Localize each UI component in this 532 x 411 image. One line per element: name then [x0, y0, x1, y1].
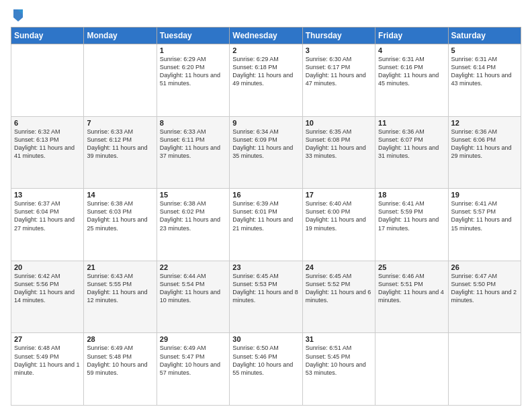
day-info: Sunrise: 6:51 AM Sunset: 5:45 PM Dayligh… — [306, 344, 372, 377]
calendar-cell: 18Sunrise: 6:41 AM Sunset: 5:59 PM Dayli… — [375, 189, 448, 261]
day-number: 15 — [160, 191, 226, 199]
calendar-cell: 27Sunrise: 6:48 AM Sunset: 5:49 PM Dayli… — [11, 333, 84, 406]
calendar-cell: 6Sunrise: 6:32 AM Sunset: 6:13 PM Daylig… — [11, 116, 84, 189]
day-number: 28 — [87, 335, 153, 343]
day-number: 14 — [87, 191, 153, 199]
calendar-cell: 8Sunrise: 6:33 AM Sunset: 6:11 PM Daylig… — [157, 116, 229, 189]
calendar-table: SundayMondayTuesdayWednesdayThursdayFrid… — [11, 27, 521, 406]
calendar-cell: 4Sunrise: 6:31 AM Sunset: 6:16 PM Daylig… — [375, 44, 448, 117]
day-info: Sunrise: 6:31 AM Sunset: 6:14 PM Dayligh… — [451, 55, 518, 88]
day-info: Sunrise: 6:50 AM Sunset: 5:46 PM Dayligh… — [232, 344, 299, 377]
day-number: 12 — [451, 119, 518, 127]
calendar-cell: 22Sunrise: 6:44 AM Sunset: 5:54 PM Dayli… — [157, 261, 229, 333]
calendar-cell: 30Sunrise: 6:50 AM Sunset: 5:46 PM Dayli… — [230, 333, 302, 406]
day-info: Sunrise: 6:48 AM Sunset: 5:49 PM Dayligh… — [14, 344, 81, 377]
weekday-header-cell: Wednesday — [230, 28, 302, 44]
day-number: 31 — [306, 335, 372, 343]
day-info: Sunrise: 6:35 AM Sunset: 6:08 PM Dayligh… — [306, 128, 372, 161]
day-number: 9 — [232, 119, 299, 127]
day-info: Sunrise: 6:45 AM Sunset: 5:52 PM Dayligh… — [306, 272, 372, 305]
day-number: 11 — [378, 119, 445, 127]
day-number: 19 — [451, 191, 518, 199]
day-info: Sunrise: 6:36 AM Sunset: 6:07 PM Dayligh… — [378, 128, 445, 161]
day-number: 3 — [306, 46, 372, 54]
header — [11, 8, 521, 23]
weekday-header-cell: Saturday — [448, 28, 521, 44]
calendar-cell: 29Sunrise: 6:49 AM Sunset: 5:47 PM Dayli… — [157, 333, 229, 406]
calendar-cell: 17Sunrise: 6:40 AM Sunset: 6:00 PM Dayli… — [302, 189, 375, 261]
calendar-cell: 3Sunrise: 6:30 AM Sunset: 6:17 PM Daylig… — [302, 44, 375, 117]
calendar-cell: 31Sunrise: 6:51 AM Sunset: 5:45 PM Dayli… — [302, 333, 375, 406]
day-number: 30 — [232, 335, 299, 343]
day-number: 10 — [306, 119, 372, 127]
day-info: Sunrise: 6:47 AM Sunset: 5:50 PM Dayligh… — [451, 272, 518, 305]
day-info: Sunrise: 6:46 AM Sunset: 5:51 PM Dayligh… — [378, 272, 445, 305]
day-number: 8 — [160, 119, 226, 127]
day-info: Sunrise: 6:34 AM Sunset: 6:09 PM Dayligh… — [232, 128, 299, 161]
day-number: 18 — [378, 191, 445, 199]
day-info: Sunrise: 6:41 AM Sunset: 5:59 PM Dayligh… — [378, 199, 445, 232]
calendar-cell — [375, 333, 448, 406]
calendar-cell: 20Sunrise: 6:42 AM Sunset: 5:56 PM Dayli… — [11, 261, 84, 333]
day-info: Sunrise: 6:49 AM Sunset: 5:48 PM Dayligh… — [87, 344, 153, 377]
day-info: Sunrise: 6:44 AM Sunset: 5:54 PM Dayligh… — [160, 272, 226, 305]
weekday-header-cell: Thursday — [302, 28, 375, 44]
day-number: 1 — [160, 46, 226, 54]
day-info: Sunrise: 6:29 AM Sunset: 6:18 PM Dayligh… — [232, 55, 299, 88]
day-info: Sunrise: 6:40 AM Sunset: 6:00 PM Dayligh… — [306, 199, 372, 232]
calendar-cell: 19Sunrise: 6:41 AM Sunset: 5:57 PM Dayli… — [448, 189, 521, 261]
calendar-row: 6Sunrise: 6:32 AM Sunset: 6:13 PM Daylig… — [11, 116, 521, 189]
day-number: 23 — [232, 263, 299, 271]
weekday-header-cell: Friday — [375, 28, 448, 44]
logo — [11, 8, 24, 23]
day-number: 17 — [306, 191, 372, 199]
calendar-row: 27Sunrise: 6:48 AM Sunset: 5:49 PM Dayli… — [11, 333, 521, 406]
day-info: Sunrise: 6:33 AM Sunset: 6:11 PM Dayligh… — [160, 128, 226, 161]
day-info: Sunrise: 6:31 AM Sunset: 6:16 PM Dayligh… — [378, 55, 445, 88]
calendar-cell: 21Sunrise: 6:43 AM Sunset: 5:55 PM Dayli… — [84, 261, 157, 333]
calendar-cell: 11Sunrise: 6:36 AM Sunset: 6:07 PM Dayli… — [375, 116, 448, 189]
day-info: Sunrise: 6:32 AM Sunset: 6:13 PM Dayligh… — [14, 128, 81, 161]
day-info: Sunrise: 6:38 AM Sunset: 6:02 PM Dayligh… — [160, 199, 226, 232]
day-info: Sunrise: 6:43 AM Sunset: 5:55 PM Dayligh… — [87, 272, 153, 305]
day-number: 25 — [378, 263, 445, 271]
weekday-header-cell: Tuesday — [157, 28, 229, 44]
calendar-cell: 7Sunrise: 6:33 AM Sunset: 6:12 PM Daylig… — [84, 116, 157, 189]
day-number: 21 — [87, 263, 153, 271]
day-info: Sunrise: 6:49 AM Sunset: 5:47 PM Dayligh… — [160, 344, 226, 377]
day-info: Sunrise: 6:30 AM Sunset: 6:17 PM Dayligh… — [306, 55, 372, 88]
calendar-cell: 23Sunrise: 6:45 AM Sunset: 5:53 PM Dayli… — [230, 261, 302, 333]
day-number: 27 — [14, 335, 81, 343]
day-number: 6 — [14, 119, 81, 127]
day-info: Sunrise: 6:42 AM Sunset: 5:56 PM Dayligh… — [14, 272, 81, 305]
calendar-cell: 9Sunrise: 6:34 AM Sunset: 6:09 PM Daylig… — [230, 116, 302, 189]
day-number: 7 — [87, 119, 153, 127]
weekday-header-cell: Monday — [84, 28, 157, 44]
calendar-cell: 14Sunrise: 6:38 AM Sunset: 6:03 PM Dayli… — [84, 189, 157, 261]
day-number: 13 — [14, 191, 81, 199]
calendar-cell: 5Sunrise: 6:31 AM Sunset: 6:14 PM Daylig… — [448, 44, 521, 117]
day-info: Sunrise: 6:39 AM Sunset: 6:01 PM Dayligh… — [232, 199, 299, 232]
calendar-cell — [448, 333, 521, 406]
calendar-cell: 2Sunrise: 6:29 AM Sunset: 6:18 PM Daylig… — [230, 44, 302, 117]
day-info: Sunrise: 6:45 AM Sunset: 5:53 PM Dayligh… — [232, 272, 299, 305]
calendar-cell — [11, 44, 84, 117]
calendar-row: 1Sunrise: 6:29 AM Sunset: 6:20 PM Daylig… — [11, 44, 521, 117]
calendar-cell: 13Sunrise: 6:37 AM Sunset: 6:04 PM Dayli… — [11, 189, 84, 261]
day-number: 4 — [378, 46, 445, 54]
day-number: 2 — [232, 46, 299, 54]
calendar-cell: 16Sunrise: 6:39 AM Sunset: 6:01 PM Dayli… — [230, 189, 302, 261]
day-info: Sunrise: 6:41 AM Sunset: 5:57 PM Dayligh… — [451, 199, 518, 232]
calendar-cell: 28Sunrise: 6:49 AM Sunset: 5:48 PM Dayli… — [84, 333, 157, 406]
day-info: Sunrise: 6:29 AM Sunset: 6:20 PM Dayligh… — [160, 55, 226, 88]
logo-icon — [12, 8, 24, 23]
day-info: Sunrise: 6:36 AM Sunset: 6:06 PM Dayligh… — [451, 128, 518, 161]
weekday-header-cell: Sunday — [11, 28, 84, 44]
calendar-cell — [84, 44, 157, 117]
day-number: 5 — [451, 46, 518, 54]
calendar-cell: 25Sunrise: 6:46 AM Sunset: 5:51 PM Dayli… — [375, 261, 448, 333]
day-info: Sunrise: 6:38 AM Sunset: 6:03 PM Dayligh… — [87, 199, 153, 232]
calendar-row: 20Sunrise: 6:42 AM Sunset: 5:56 PM Dayli… — [11, 261, 521, 333]
calendar-cell: 12Sunrise: 6:36 AM Sunset: 6:06 PM Dayli… — [448, 116, 521, 189]
day-info: Sunrise: 6:33 AM Sunset: 6:12 PM Dayligh… — [87, 128, 153, 161]
